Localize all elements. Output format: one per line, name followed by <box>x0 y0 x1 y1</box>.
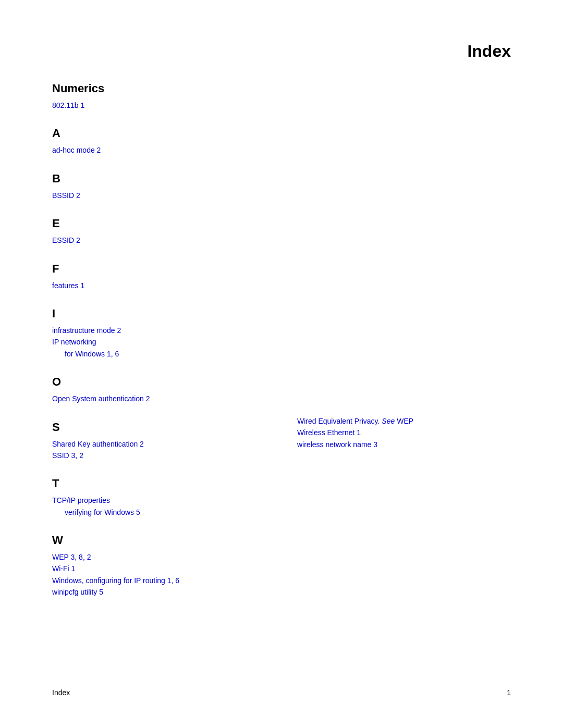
index-columns: Numerics 802.11b 1 A ad-hoc mode 2 B BSS… <box>52 82 511 603</box>
section-heading-w: W <box>52 534 266 547</box>
index-entry: Open System authentication 2 <box>52 393 266 404</box>
see-italic: See <box>382 417 395 425</box>
right-section-w-entries: Wired Equivalent Privacy. See WEP Wirele… <box>297 415 511 450</box>
section-heading-e: E <box>52 217 266 230</box>
index-entry: SSID 3, 2 <box>52 450 266 461</box>
index-entry: infrastructure mode 2 <box>52 325 266 336</box>
section-o: O Open System authentication 2 <box>52 375 266 404</box>
index-entry: BSSID 2 <box>52 190 266 201</box>
footer-page: 1 <box>507 688 511 697</box>
index-entry: winipcfg utility 5 <box>52 586 266 598</box>
index-entry-wep-see: Wired Equivalent Privacy. See WEP <box>297 415 511 427</box>
section-heading-o: O <box>52 375 266 389</box>
section-heading-a: A <box>52 127 266 140</box>
right-column: Wired Equivalent Privacy. See WEP Wirele… <box>297 82 511 603</box>
section-heading-i: I <box>52 307 266 320</box>
index-entry: wireless network name 3 <box>297 439 511 450</box>
footer-label: Index <box>52 688 70 697</box>
index-entry: features 1 <box>52 280 266 291</box>
page-container: Index Numerics 802.11b 1 A ad-hoc mode 2… <box>0 0 563 645</box>
index-sub-entry: for Windows 1, 6 <box>52 348 266 360</box>
section-heading-numerics: Numerics <box>52 82 266 95</box>
index-entry: ESSID 2 <box>52 235 266 246</box>
section-heading-s: S <box>52 421 266 434</box>
section-f: F features 1 <box>52 262 266 291</box>
index-sub-entry: verifying for Windows 5 <box>52 507 266 518</box>
index-entry: Windows, configuring for IP routing 1, 6 <box>52 575 266 586</box>
index-entry: WEP 3, 8, 2 <box>52 551 266 563</box>
index-entry: ad-hoc mode 2 <box>52 144 266 156</box>
section-heading-b: B <box>52 172 266 186</box>
index-entry-shared-key: Shared Key authentication 2 <box>52 438 266 450</box>
page-title: Index <box>52 42 511 61</box>
left-column: Numerics 802.11b 1 A ad-hoc mode 2 B BSS… <box>52 82 266 603</box>
section-e: E ESSID 2 <box>52 217 266 246</box>
section-numerics: Numerics 802.11b 1 <box>52 82 266 111</box>
index-entry: Wi-Fi 1 <box>52 563 266 574</box>
index-entry: Wireless Ethernet 1 <box>297 427 511 438</box>
section-s: S Shared Key authentication 2 SSID 3, 2 <box>52 421 266 462</box>
section-a: A ad-hoc mode 2 <box>52 127 266 156</box>
index-entry: TCP/IP properties <box>52 495 266 506</box>
index-entry: 802.11b 1 <box>52 100 266 111</box>
footer: Index 1 <box>52 688 511 697</box>
section-t: T TCP/IP properties verifying for Window… <box>52 477 266 518</box>
section-heading-t: T <box>52 477 266 490</box>
section-b: B BSSID 2 <box>52 172 266 201</box>
index-entry: IP networking <box>52 336 266 348</box>
section-heading-f: F <box>52 262 266 276</box>
section-i: I infrastructure mode 2 IP networking fo… <box>52 307 266 360</box>
section-w: W WEP 3, 8, 2 Wi-Fi 1 Windows, configuri… <box>52 534 266 598</box>
